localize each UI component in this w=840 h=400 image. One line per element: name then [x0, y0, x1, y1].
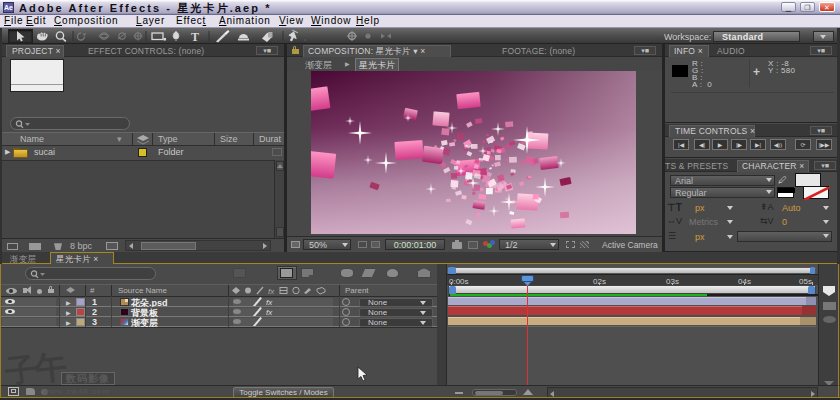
svg-text:T: T [191, 30, 199, 44]
svg-text:fx: fx [268, 287, 275, 296]
